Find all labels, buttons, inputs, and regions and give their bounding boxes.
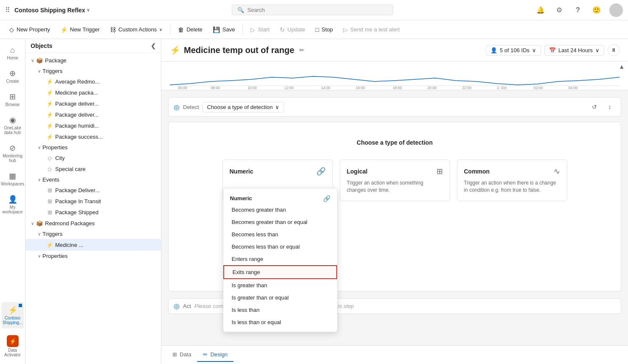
dropdown-item-becomes-greater[interactable]: Becomes greater than [223, 204, 337, 216]
tree-item-properties-2[interactable]: ∨ Properties [25, 251, 161, 261]
data-tab-icon: ⊞ [172, 351, 177, 358]
tree-item-pkg-humid[interactable]: ⚡ Package humidi... [25, 120, 161, 131]
tree-item-triggers-1[interactable]: ∨ Triggers [25, 66, 161, 76]
avg-redmo-label: Average Redmo... [55, 78, 100, 85]
help-icon[interactable]: ? [572, 4, 584, 16]
pause-button[interactable]: ⏸ [608, 44, 620, 56]
sidebar-item-home[interactable]: ⌂ Home [2, 42, 24, 64]
emoji-icon[interactable]: 🙂 [591, 4, 603, 16]
search-box[interactable]: 🔍 [232, 5, 393, 15]
sidebar-collapse-icon[interactable]: ❮ [151, 42, 156, 49]
properties1-label: Properties [42, 144, 68, 151]
event-icon-3: ⊞ [46, 208, 54, 216]
dropdown-item-is-greater-equal[interactable]: Is greater than or equal [223, 291, 337, 304]
events1-expand-icon: ∨ [36, 176, 42, 183]
tab-data[interactable]: ⊞ Data [166, 348, 197, 362]
save-icon: 💾 [213, 26, 220, 33]
toolbar: ◇ New Property ⚡ New Trigger ⛓ Custom Ac… [0, 20, 628, 39]
avatar[interactable] [609, 3, 623, 17]
tree-item-pkg-deliver[interactable]: ⊞ Package Deliver... [25, 185, 161, 196]
detect-row: ◎ Detect Choose a type of detection ∨ ↺ … [168, 97, 621, 117]
start-button[interactable]: ▷ Start [246, 24, 273, 36]
redmond-label: Redmond Packages [45, 220, 95, 227]
custom-actions-button[interactable]: ⛓ Custom Actions ∨ [106, 24, 166, 36]
search-icon: 🔍 [237, 7, 244, 13]
bell-icon[interactable]: 🔔 [535, 4, 546, 16]
tree-item-pkg-transit[interactable]: ⊞ Package In Transit [25, 196, 161, 207]
left-nav: ⌂ Home ⊕ Create ⊞ Browse ◉ OneLake data … [0, 39, 25, 364]
delete-button[interactable]: 🗑 Delete [174, 24, 207, 36]
save-label: Save [222, 26, 235, 33]
dropdown-item-enters-range[interactable]: Enters range [223, 253, 337, 265]
sidebar-item-contoso[interactable]: ⚡ Contoso Shipping... [2, 302, 24, 328]
dropdown-item-is-less[interactable]: Is less than [223, 304, 337, 316]
new-property-button[interactable]: ◇ New Property [5, 24, 54, 36]
send-alert-button[interactable]: ▷ Send me a test alert [339, 24, 404, 36]
dropdown-item-becomes-less-equal[interactable]: Becomes less than or equal [223, 241, 337, 253]
new-trigger-button[interactable]: ⚡ New Trigger [56, 24, 104, 36]
tree-item-avg-redmo[interactable]: ⚡ Average Redmo... [25, 76, 161, 87]
bottom-tabs: ⊞ Data ✏ Design [161, 345, 628, 364]
id-selector[interactable]: 👤 5 of 106 IDs ∨ [486, 45, 541, 56]
tree-item-pkg-succ[interactable]: ⚡ Package success... [25, 131, 161, 142]
sidebar-item-data-activator[interactable]: ⚡ Data Activator [2, 332, 24, 361]
tree-item-events-1[interactable]: ∨ Events [25, 174, 161, 185]
dropdown-item-becomes-less[interactable]: Becomes less than [223, 228, 337, 241]
detect-type-button[interactable]: Choose a type of detection ∨ [203, 102, 284, 112]
save-button[interactable]: 💾 Save [208, 24, 239, 36]
tree-item-package[interactable]: ∨ 📦 Package [25, 55, 161, 66]
sidebar-title: Objects [31, 42, 52, 49]
contoso-label: Contoso Shipping... [3, 316, 23, 325]
tree-item-triggers-2[interactable]: ∨ Triggers [25, 229, 161, 239]
numeric-dropdown-title: Numeric [230, 195, 252, 202]
tab-design[interactable]: ✏ Design [197, 348, 233, 362]
detection-card-common[interactable]: Common ∿ Trigger an action when there is… [457, 160, 567, 201]
detect-settings-button[interactable]: ↕ [604, 101, 616, 113]
onelake-icon: ◉ [9, 115, 16, 125]
act-radar-icon: ◎ [174, 302, 180, 310]
new-property-icon: ◇ [9, 26, 14, 33]
dropdown-item-is-less-equal[interactable]: Is less than or equal [223, 316, 337, 328]
svg-text:08:00: 08:00 [211, 86, 220, 90]
gear-icon[interactable]: ⚙ [553, 4, 565, 16]
chart-scroll-up[interactable]: ▲ [619, 63, 625, 70]
my-workspace-icon: 👤 [8, 195, 17, 204]
stop-button[interactable]: □ Stop [311, 24, 337, 36]
numeric-card-title: Numeric [230, 168, 253, 175]
tree-item-special-care[interactable]: ◇ Special care [25, 163, 161, 174]
tree-item-pkg-shipped[interactable]: ⊞ Package Shipped [25, 207, 161, 218]
grid-icon[interactable]: ⠿ [5, 6, 10, 14]
toolbar-divider-2 [242, 25, 243, 35]
sidebar-item-create[interactable]: ⊕ Create [2, 65, 24, 87]
sidebar-item-my-workspace[interactable]: 👤 My workspace [2, 191, 24, 218]
tree-item-redmond[interactable]: ∨ 📦 Redmond Packages [25, 218, 161, 229]
tree-item-properties-1[interactable]: ∨ Properties [25, 142, 161, 152]
detect-reset-button[interactable]: ↺ [589, 101, 600, 113]
app-name[interactable]: Contoso Shipping Reflex ∨ [14, 7, 90, 14]
tree-item-medicine-active[interactable]: ⚡ Medicine ... ··· [25, 239, 161, 251]
dropdown-item-becomes-greater-equal[interactable]: Becomes greater than or equal [223, 216, 337, 228]
event-icon-1: ⊞ [46, 186, 54, 194]
triggers1-expand-icon: ∨ [36, 67, 42, 74]
detection-card-logical[interactable]: Logical ⊞ Trigger an action when somethi… [340, 160, 450, 201]
tree-item-city[interactable]: ◇ City [25, 152, 161, 163]
search-area: 🔍 [90, 5, 535, 15]
page-title-edit-button[interactable]: ✏ [298, 45, 306, 55]
tree-item-pkg-del-1[interactable]: ⚡ Package deliver... [25, 98, 161, 109]
sidebar-item-workspaces[interactable]: ▦ Workspaces [2, 168, 24, 190]
tree-item-medicine-packa[interactable]: ⚡ Medicine packa... [25, 87, 161, 98]
design-tab-label: Design [210, 351, 227, 358]
svg-text:20:00: 20:00 [428, 86, 437, 90]
update-button[interactable]: ↻ Update [276, 24, 310, 36]
detection-card-numeric[interactable]: Numeric 🔗 Numeric 🔗 Becomes greater [222, 160, 333, 201]
common-card-icon: ∿ [554, 167, 560, 176]
package-label: Package [45, 57, 67, 64]
dropdown-item-exits-range[interactable]: Exits range [223, 265, 337, 279]
sidebar-item-browse[interactable]: ⊞ Browse [2, 89, 24, 110]
sidebar-item-monitoring[interactable]: ⊘ Monitoring hub [2, 140, 24, 166]
date-selector[interactable]: 📅 Last 24 Hours ∨ [544, 45, 604, 56]
dropdown-item-is-greater[interactable]: Is greater than [223, 279, 337, 291]
tree-item-pkg-del-2[interactable]: ⚡ Package deliver... [25, 109, 161, 120]
search-input[interactable] [248, 7, 388, 13]
sidebar-item-onelake[interactable]: ◉ OneLake data hub [2, 112, 24, 138]
